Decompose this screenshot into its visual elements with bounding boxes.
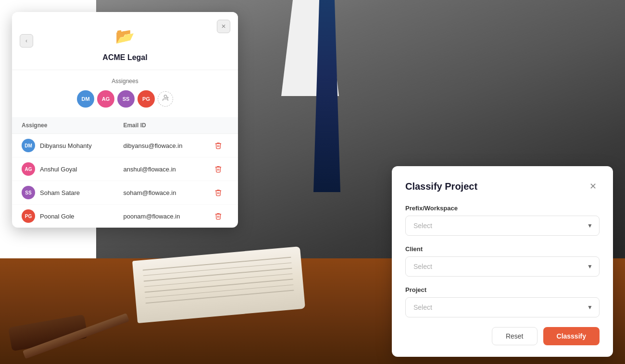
avatar-ag: AG (97, 90, 114, 108)
add-assignee-button[interactable] (158, 91, 173, 107)
assignee-name: Poonal Gole (40, 213, 75, 220)
table-row: DM Dibyansu Mohanty dibyansu@flowace.in (12, 134, 238, 158)
avatar-dm: DM (77, 90, 94, 108)
acme-title: ACME Legal (24, 53, 226, 62)
assignee-table: Assignee Email ID DM Dibyansu Mohanty di… (12, 117, 238, 228)
assignee-name: Soham Satare (40, 189, 80, 196)
avatar-ag-sm: AG (22, 162, 35, 176)
table-row: AG Anshul Goyal anshul@flowace.in (12, 158, 238, 181)
table-row: SS Soham Satare soham@flowace.in (12, 181, 238, 205)
acme-panel-header: ‹ ✕ 📂 ACME Legal (12, 12, 238, 70)
assignee-cell: PG Poonal Gole (12, 205, 113, 228)
delete-cell (203, 205, 238, 228)
delete-assignee-button[interactable] (212, 163, 224, 175)
avatar-pg: PG (138, 90, 155, 108)
assignees-label: Assignees (24, 78, 226, 85)
delete-cell (203, 181, 238, 205)
delete-cell (203, 134, 238, 158)
svg-point-0 (164, 95, 166, 97)
content-area: ‹ ✕ 📂 ACME Legal Assignees DM AG SS PG (0, 0, 625, 364)
col-actions (203, 117, 238, 134)
assignee-cell: AG Anshul Goyal (12, 158, 113, 181)
delete-assignee-button[interactable] (212, 187, 224, 198)
email-cell: anshul@flowace.in (113, 158, 203, 181)
avatar-ss: SS (117, 90, 135, 108)
chevron-left-icon: ‹ (25, 37, 27, 44)
assignee-name: Dibyansu Mohanty (40, 142, 92, 149)
table-row: PG Poonal Gole poonam@flowace.in (12, 205, 238, 228)
avatar-ss-sm: SS (22, 186, 35, 199)
avatar-pg-sm: PG (22, 209, 35, 223)
panel-close-button[interactable]: ✕ (217, 20, 230, 33)
email-cell: soham@flowace.in (113, 181, 203, 205)
assignees-avatars: DM AG SS PG (24, 90, 226, 108)
acme-icon: 📂 (112, 24, 138, 49)
table-header: Assignee Email ID (12, 117, 238, 134)
delete-assignee-button[interactable] (212, 210, 224, 222)
email-cell: dibyansu@flowace.in (113, 134, 203, 158)
acme-panel: ‹ ✕ 📂 ACME Legal Assignees DM AG SS PG (12, 12, 238, 228)
assignees-section: Assignees DM AG SS PG (12, 70, 238, 117)
col-email: Email ID (113, 117, 203, 134)
email-cell: poonam@flowace.in (113, 205, 203, 228)
assignee-cell: SS Soham Satare (12, 181, 113, 205)
assignee-cell: DM Dibyansu Mohanty (12, 134, 113, 158)
close-icon: ✕ (221, 23, 226, 30)
avatar-dm-sm: DM (22, 139, 35, 152)
delete-cell (203, 158, 238, 181)
col-assignee: Assignee (12, 117, 113, 134)
person-add-icon (162, 94, 169, 104)
assignee-name: Anshul Goyal (40, 166, 77, 173)
delete-assignee-button[interactable] (212, 140, 224, 151)
panel-nav-back-button[interactable]: ‹ (20, 34, 33, 48)
